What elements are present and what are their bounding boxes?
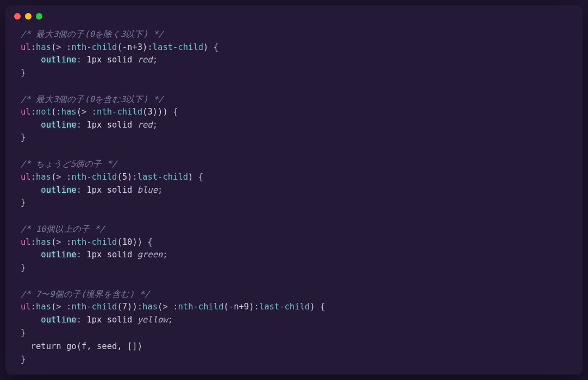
selector-tag: ul xyxy=(21,42,31,52)
css-value: 1px solid xyxy=(86,250,132,259)
traffic-minimize-icon[interactable] xyxy=(25,13,32,20)
css-property: outline xyxy=(41,55,76,65)
traffic-close-icon[interactable] xyxy=(14,13,21,20)
code-comment: /* 最大3個の子(0を除く3以下) */ xyxy=(21,29,164,39)
selector-chain: :has(> :nth-child(10)) xyxy=(31,237,142,247)
code-block: /* ちょうど5個の子 */ ul:has(> :nth-child(5):la… xyxy=(21,158,567,209)
css-property: outline xyxy=(41,120,76,130)
code-window: /* 最大3個の子(0を除く3以下) */ ul:has(> :nth-chil… xyxy=(5,5,583,375)
css-value: 1px solid xyxy=(86,185,132,195)
css-property: outline xyxy=(41,185,76,195)
selector-chain: :has(> :nth-child(7)):has(> :nth-child(-… xyxy=(31,302,315,312)
css-color: red xyxy=(137,55,153,65)
css-color: red xyxy=(137,120,153,130)
code-comment: /* 最大3個の子(0を含む3以下) */ xyxy=(21,94,164,104)
code-block: /* 7〜9個の子(境界を含む) */ ul:has(> :nth-child(… xyxy=(21,288,567,339)
css-property: outline xyxy=(41,315,76,325)
code-editor[interactable]: /* 最大3個の子(0を除く3以下) */ ul:has(> :nth-chil… xyxy=(5,23,583,377)
code-block: /* 最大3個の子(0を除く3以下) */ ul:has(> :nth-chil… xyxy=(21,28,567,79)
css-color: yellow xyxy=(137,315,168,325)
keyword-return: return xyxy=(31,341,61,351)
code-comment: /* 10個以上の子 */ xyxy=(21,224,105,234)
selector-tag: ul xyxy=(21,172,31,182)
css-value: 1px solid xyxy=(86,120,132,130)
return-expr: go(f, seed, []) xyxy=(66,341,142,351)
selector-tag: ul xyxy=(21,107,31,117)
selector-chain: :has(> :nth-child(5):last-child) xyxy=(31,172,193,182)
selector-tag: ul xyxy=(21,237,31,247)
code-comment: /* 7〜9個の子(境界を含む) */ xyxy=(21,289,149,299)
code-block: /* 10個以上の子 */ ul:has(> :nth-child(10)) {… xyxy=(21,223,567,274)
css-value: 1px solid xyxy=(86,55,132,65)
css-color: green xyxy=(137,250,163,259)
selector-chain: :has(> :nth-child(-n+3):last-child) xyxy=(31,42,209,52)
selector-chain: :not(:has(> :nth-child(3))) xyxy=(31,107,168,117)
css-property: outline xyxy=(41,250,76,259)
css-value: 1px solid xyxy=(86,315,132,325)
selector-tag: ul xyxy=(21,302,31,312)
traffic-zoom-icon[interactable] xyxy=(36,13,42,20)
code-block: /* 最大3個の子(0を含む3以下) */ ul:not(:has(> :nth… xyxy=(21,93,567,144)
css-color: blue xyxy=(137,185,158,195)
window-titlebar xyxy=(5,5,583,23)
code-comment: /* ちょうど5個の子 */ xyxy=(21,159,117,169)
